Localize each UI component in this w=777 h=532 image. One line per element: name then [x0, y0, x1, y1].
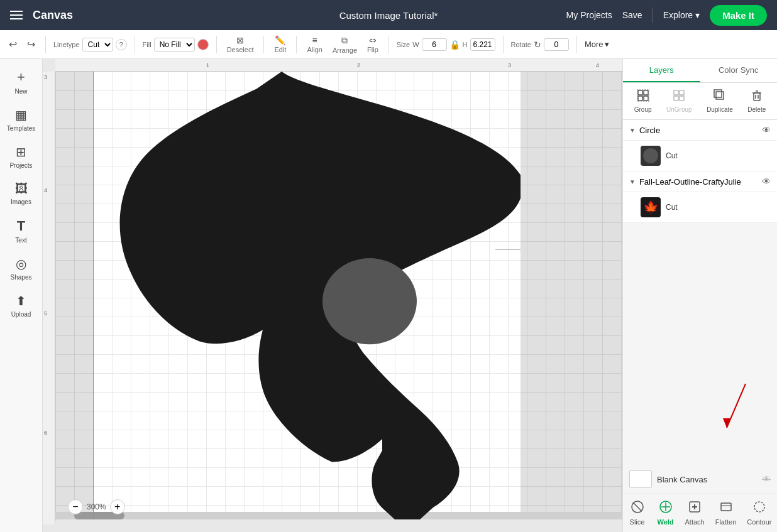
duplicate-icon [714, 89, 726, 105]
sidebar-item-new[interactable]: + New [3, 64, 40, 100]
contour-button[interactable]: Contour [742, 497, 776, 528]
slice-button[interactable]: Slice [624, 497, 651, 528]
edit-button[interactable]: ✏️ Edit [272, 34, 289, 55]
layer-group-fall-leaf[interactable]: ▼ Fall-Leaf-Outline-CraftyJulie 👁 [623, 171, 777, 192]
contour-icon [752, 500, 766, 517]
zoom-plus-button[interactable]: + [110, 499, 125, 514]
zoom-level: 300% [87, 502, 106, 511]
weld-button[interactable]: Weld [652, 497, 680, 528]
size-h-label: H [463, 41, 468, 48]
chevron-down-icon: ▾ [695, 10, 700, 20]
visibility-icon-leaf[interactable]: 👁 [762, 176, 771, 187]
nav-divider [653, 8, 653, 23]
sidebar-item-projects[interactable]: ⊞ Projects [3, 139, 40, 174]
zoom-minus-button[interactable]: − [68, 499, 83, 514]
lock-icon: 🔒 [449, 40, 460, 50]
linetype-group: Linetype Cut ? [53, 38, 127, 52]
toolbar-separator-2 [135, 36, 135, 53]
sidebar-item-templates[interactable]: ▦ Templates [3, 102, 40, 137]
layer-thumb-circle [641, 146, 661, 166]
layer-item-leaf-cut[interactable]: 🍁 Cut [623, 192, 777, 223]
linetype-help[interactable]: ? [116, 39, 127, 50]
save-link[interactable]: Save [622, 10, 642, 20]
sidebar-item-images[interactable]: 🖼 Images [3, 176, 40, 210]
size-h-input[interactable] [470, 38, 495, 51]
explore-button[interactable]: Explore ▾ [663, 10, 700, 20]
svg-rect-7 [674, 90, 678, 95]
align-button[interactable]: ≡ Align [304, 34, 324, 55]
visibility-icon-blank-canvas[interactable]: 👁 [762, 474, 771, 484]
blank-canvas-thumbnail [629, 470, 652, 488]
layer-item-circle-cut[interactable]: Cut [623, 141, 777, 171]
canvas-area[interactable]: 1 2 3 4 3 4 5 6 [43, 59, 622, 532]
fill-color-swatch[interactable] [197, 39, 209, 50]
flip-button[interactable]: ⇔ Flip [365, 34, 381, 55]
group-button[interactable]: Group [629, 87, 657, 116]
size-w-input[interactable] [422, 38, 447, 51]
svg-rect-5 [644, 96, 648, 100]
delete-button[interactable]: Delete [742, 87, 771, 116]
upload-icon: ⬆ [16, 293, 26, 308]
canvas-content[interactable]: − 300% + [55, 72, 622, 519]
visibility-icon-circle[interactable]: 👁 [762, 125, 771, 135]
canvas-zoom-controls: − 300% + [68, 499, 125, 514]
size-w-label: W [412, 41, 419, 48]
deselect-button[interactable]: ⊠ Deselect [224, 34, 256, 55]
size-group: Size W 🔒 H [397, 38, 495, 51]
ungroup-icon [673, 89, 685, 105]
svg-rect-8 [680, 90, 684, 95]
more-button[interactable]: More ▾ [585, 40, 609, 49]
sidebar-item-shapes[interactable]: ◎ Shapes [3, 251, 40, 286]
rotate-input[interactable] [544, 38, 569, 51]
delete-icon [751, 89, 763, 105]
redo-button[interactable]: ↪ [25, 36, 38, 53]
svg-point-28 [754, 502, 764, 512]
toolbar-separator-6 [389, 36, 389, 53]
sidebar-item-upload[interactable]: ⬆ Upload [3, 288, 40, 323]
attach-icon [688, 500, 702, 517]
toolbar: ↩ ↪ Linetype Cut ? Fill No Fill ⊠ Desele… [0, 30, 777, 59]
project-title[interactable]: Custom Image Tutorial* [339, 10, 438, 21]
undo-button[interactable]: ↩ [6, 36, 19, 53]
duplicate-button[interactable]: Duplicate [702, 87, 738, 116]
size-label: Size [397, 41, 410, 48]
flatten-button[interactable]: Flatten [710, 497, 742, 528]
linetype-label: Linetype [53, 41, 80, 48]
layer-group-circle[interactable]: ▼ Circle 👁 [623, 120, 777, 141]
shapes-icon: ◎ [16, 256, 26, 271]
my-projects-link[interactable]: My Projects [566, 10, 612, 20]
panel-spacer [623, 223, 777, 465]
linetype-select[interactable]: Cut [82, 38, 113, 52]
ruler-vertical: 3 4 5 6 [43, 72, 55, 524]
svg-rect-6 [637, 89, 649, 102]
svg-rect-10 [680, 96, 684, 100]
weld-icon [659, 500, 673, 517]
layer-thumb-leaf: 🍁 [641, 197, 661, 217]
templates-icon: ▦ [15, 107, 27, 122]
layers-list: ▼ Circle 👁 Cut ▼ Fall-Leaf-Outline-Craft… [623, 120, 777, 223]
group-icon [637, 89, 649, 105]
app-logo: Canvas [33, 9, 73, 22]
svg-rect-3 [644, 90, 648, 95]
tab-color-sync[interactable]: Color Sync [700, 59, 778, 82]
make-it-button[interactable]: Make It [710, 5, 767, 26]
sidebar-item-text[interactable]: T Text [3, 213, 40, 249]
toolbar-separator-5 [296, 36, 297, 53]
toolbar-separator-4 [263, 36, 264, 53]
toolbar-separator-3 [216, 36, 217, 53]
right-panel: Layers Color Sync Group UnGroup [622, 59, 777, 532]
fill-select[interactable]: No Fill [154, 38, 195, 52]
ungroup-button[interactable]: UnGroup [661, 87, 697, 116]
attach-button[interactable]: Attach [680, 497, 710, 528]
main-area: + New ▦ Templates ⊞ Projects 🖼 Images T … [0, 59, 777, 532]
panel-toolbar: Group UnGroup Duplicate Delete [623, 83, 777, 120]
tab-layers[interactable]: Layers [623, 59, 700, 82]
nav-right: My Projects Save Explore ▾ Make It [566, 5, 767, 26]
chevron-down-icon: ▾ [605, 40, 609, 49]
svg-rect-13 [754, 93, 760, 100]
rotate-group: Rotate ↻ [511, 38, 569, 51]
svg-line-18 [727, 384, 746, 428]
arrange-button[interactable]: ⧉ Arrange [330, 34, 360, 55]
svg-rect-2 [638, 90, 642, 95]
hamburger-menu[interactable] [10, 11, 23, 19]
